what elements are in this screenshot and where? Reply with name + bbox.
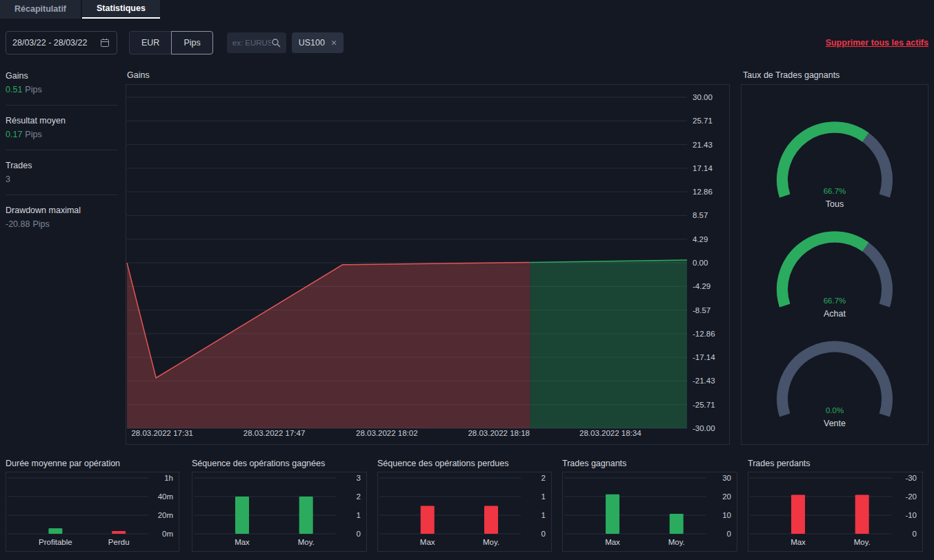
y-axis-label: 0	[541, 530, 546, 538]
category-label: Perdu	[108, 538, 130, 546]
currency-eur-button[interactable]: EUR	[129, 31, 172, 54]
tab-statistiques[interactable]: Statistiques	[82, 0, 160, 19]
x-axis-label: 28.03.2022 17:47	[244, 429, 306, 437]
stat-drawdown-maximal: Drawdown maximal -20.88Pips	[6, 203, 117, 239]
tab-recapitulatif[interactable]: Récapitulatif	[0, 0, 81, 19]
y-axis-label: 10	[722, 511, 731, 519]
gauge-achat: 66.7%Achat	[773, 226, 897, 320]
y-axis-label: 20m	[158, 511, 173, 519]
gauge-value-text: 66.7%	[824, 187, 846, 195]
category-label: Max	[420, 538, 435, 546]
stat-unit: Pips	[32, 219, 49, 229]
y-axis-label: -17.14	[693, 353, 715, 361]
y-axis-label: -12.86	[693, 330, 715, 338]
y-axis-label: 1h	[164, 474, 173, 482]
y-axis-label: 8.57	[693, 211, 708, 219]
gauge-label-text: Tous	[826, 199, 844, 209]
gauge-vente: 0.0%Vente	[773, 336, 897, 430]
winning-trades-bar-chart: 3020100MaxMoy.	[562, 472, 737, 552]
stat-unit: Pips	[25, 130, 41, 139]
y-axis-label: -10	[905, 511, 917, 519]
y-axis-label: 17.14	[693, 164, 713, 172]
stat-value-row: 0.17Pips	[6, 130, 117, 139]
duration-bar-chart: 1h40m20m0mProfitablePerdu	[6, 472, 179, 552]
y-axis-label: -4.29	[693, 282, 711, 290]
y-axis-label: 25.71	[693, 117, 713, 125]
calendar-icon[interactable]	[99, 37, 110, 48]
symbol-search-box[interactable]	[227, 32, 286, 53]
gauge-tous: 66.7%Tous	[773, 117, 897, 210]
asset-chip-label: US100	[299, 38, 325, 48]
series-area-gains	[530, 260, 687, 428]
category-label: Max	[605, 538, 620, 546]
y-axis-label: -21.43	[693, 377, 715, 385]
y-axis-label: 1	[541, 511, 546, 519]
chip-close-icon[interactable]: ×	[331, 38, 337, 48]
y-axis-label: 2	[541, 474, 546, 482]
gauge-track-arc	[782, 347, 887, 415]
bar-Profitable	[48, 528, 62, 534]
y-axis-label: -20	[905, 492, 917, 501]
bar-chart-canvas: 1h40m20m0mProfitablePerdu	[6, 472, 179, 551]
gains-chart-canvas: 30.0025.7121.4317.1412.868.574.290.00-4.…	[126, 85, 729, 444]
stat-label: Trades	[6, 161, 117, 170]
losing-trades-bar-chart: -30-20-100MaxMoy.	[748, 472, 923, 552]
date-range-value: 28/03/22 - 28/03/22	[12, 38, 87, 48]
stat-value-row: 3	[6, 174, 117, 184]
loss-streak-chart-title: Séquence des opérations perdues	[377, 459, 508, 468]
y-axis-label: 40m	[158, 492, 173, 501]
winning-trades-chart-title: Trades gagnants	[562, 459, 626, 468]
bar-Max	[606, 494, 619, 534]
gauge-canvas: 66.7%Tous	[773, 117, 897, 210]
bar-chart-canvas: 2110MaxMoy.	[378, 472, 551, 551]
gauge-label-text: Vente	[824, 419, 846, 428]
stat-label: Résultat moyen	[6, 116, 117, 126]
category-label: Moy.	[854, 538, 871, 546]
y-axis-label: 1	[541, 492, 546, 501]
stat-resultat-moyen: Résultat moyen 0.17Pips	[6, 114, 117, 150]
y-axis-label: 12.86	[693, 188, 713, 196]
win-streak-bar-chart: 3210MaxMoy.	[192, 472, 367, 552]
symbol-search-input[interactable]	[232, 39, 271, 47]
bar-Max	[791, 495, 805, 534]
gauge-canvas: 0.0%Vente	[773, 336, 897, 430]
stat-value: -20.88	[6, 219, 30, 229]
bar-Perdu	[112, 531, 126, 534]
filter-bar: 28/03/22 - 28/03/22 EUR Pips	[6, 31, 928, 54]
gauge-canvas: 66.7%Achat	[773, 226, 897, 320]
gains-area-chart: 30.0025.7121.4317.1412.868.574.290.00-4.…	[126, 84, 730, 445]
bar-Max	[235, 497, 249, 534]
bar-Moy.	[855, 495, 869, 534]
win-rate-gauges-panel: 66.7%Tous 66.7%Achat 0.0%Vente	[741, 84, 928, 445]
x-axis-label: 28.03.2022 17:31	[131, 429, 193, 437]
y-axis-label: -30.00	[693, 424, 715, 432]
bar-chart-canvas: -30-20-100MaxMoy.	[748, 472, 922, 551]
stat-value-row: -20.88Pips	[6, 219, 117, 229]
duration-chart-title: Durée moyenne par opération	[6, 459, 120, 468]
y-axis-label: 3	[357, 474, 361, 482]
category-label: Max	[791, 538, 806, 546]
bar-Moy.	[299, 497, 313, 534]
category-label: Moy.	[298, 538, 315, 546]
y-axis-label: 30.00	[693, 93, 713, 101]
y-axis-label: 0.00	[693, 259, 708, 267]
clear-all-assets-link[interactable]: Supprimer tous les actifs	[826, 38, 928, 48]
trading-statistics-app: Récapitulatif Statistiques 28/03/22 - 28…	[0, 0, 934, 560]
gauge-value-arc	[782, 237, 866, 305]
x-axis-label: 28.03.2022 18:02	[356, 429, 418, 437]
gauge-value-text: 66.7%	[824, 297, 846, 305]
bar-Max	[421, 506, 435, 534]
category-label: Max	[235, 538, 250, 546]
search-icon	[271, 38, 281, 48]
y-axis-label: -8.57	[693, 306, 711, 314]
y-axis-label: 30	[722, 474, 731, 482]
unit-pips-button[interactable]: Pips	[171, 31, 212, 54]
y-axis-label: 20	[722, 492, 731, 501]
gains-chart-title: Gains	[127, 70, 150, 80]
asset-chip-us100[interactable]: US100 ×	[292, 32, 344, 53]
stat-unit: Pips	[25, 85, 41, 94]
series-area-pertes	[127, 262, 530, 428]
y-axis-label: 1	[357, 511, 361, 519]
loss-streak-bar-chart: 2110MaxMoy.	[377, 472, 552, 552]
date-range-input[interactable]: 28/03/22 - 28/03/22	[6, 31, 117, 54]
